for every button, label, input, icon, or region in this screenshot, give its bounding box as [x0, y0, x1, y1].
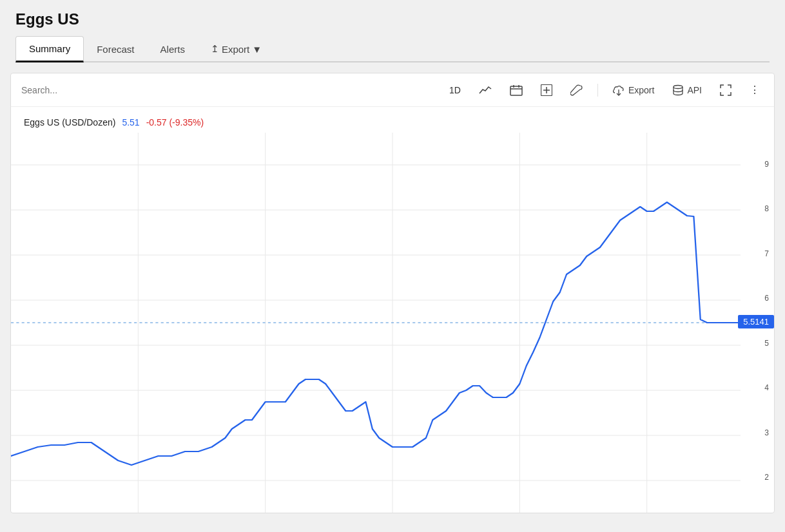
tab-alerts[interactable]: Alerts — [148, 37, 198, 61]
tab-export[interactable]: ↥ Export ▼ — [198, 37, 275, 61]
wrench-icon — [570, 84, 583, 96]
cloud-upload-icon — [612, 84, 625, 96]
page-wrapper: Eggs US Summary Forecast Alerts ↥ Export… — [0, 0, 785, 532]
price-chart-svg — [11, 133, 774, 513]
tab-summary[interactable]: Summary — [15, 36, 84, 62]
tab-forecast[interactable]: Forecast — [84, 37, 147, 61]
toolbar-group: 1D — [445, 81, 764, 99]
api-button[interactable]: API — [668, 82, 706, 99]
toolbar-divider — [597, 84, 598, 97]
legend-value: 5.51 — [122, 117, 139, 128]
current-price-badge: 5.5141 — [738, 315, 774, 328]
svg-point-8 — [674, 85, 683, 88]
plus-icon — [541, 84, 552, 96]
svg-rect-0 — [510, 86, 522, 95]
more-options-button[interactable]: ⋮ — [746, 81, 764, 99]
legend-change: -0.57 (-9.35%) — [146, 117, 204, 128]
export-label: Export — [628, 85, 654, 95]
export-button[interactable]: Export — [608, 82, 658, 99]
chart-legend: Eggs US (USD/Dozen) 5.51 -0.57 (-9.35%) — [11, 115, 774, 133]
add-button[interactable] — [537, 82, 556, 99]
chart-data-area: Eggs US (USD/Dozen) 5.51 -0.57 (-9.35%) — [11, 107, 774, 513]
api-label: API — [687, 85, 702, 95]
fullscreen-icon — [720, 84, 732, 96]
search-input[interactable] — [21, 85, 163, 95]
fullscreen-button[interactable] — [716, 82, 735, 99]
chevron-down-icon: ▼ — [252, 44, 262, 55]
price-line — [11, 202, 741, 465]
settings-button[interactable] — [567, 82, 587, 99]
calendar-icon — [510, 84, 523, 96]
interval-1d-button[interactable]: 1D — [445, 82, 465, 98]
database-icon — [672, 84, 684, 96]
export-download-icon: ↥ — [211, 43, 219, 55]
chart-toolbar: 1D — [11, 73, 774, 107]
page-header: Eggs US Summary Forecast Alerts ↥ Export… — [0, 0, 785, 62]
line-chart-button[interactable] — [475, 82, 496, 98]
calendar-button[interactable] — [506, 82, 527, 99]
chart-container: 1D — [10, 73, 775, 513]
tabs-bar: Summary Forecast Alerts ↥ Export ▼ — [15, 36, 770, 62]
more-options-icon: ⋮ — [750, 84, 760, 96]
chart-svg-wrapper: 9 8 7 6 5 4 3 2 5.5141 — [11, 133, 774, 513]
line-chart-icon — [479, 85, 492, 95]
legend-label: Eggs US (USD/Dozen) — [24, 117, 115, 128]
page-title: Eggs US — [15, 10, 770, 28]
